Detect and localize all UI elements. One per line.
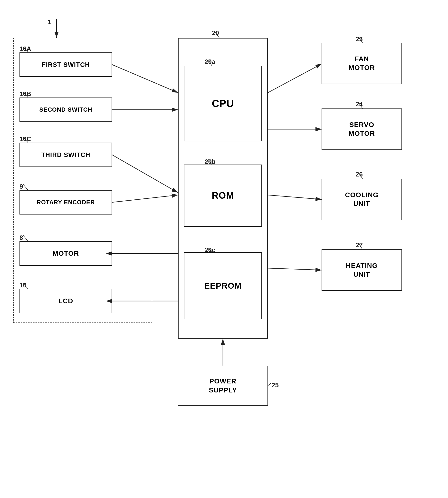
servo-motor-box: SERVOMOTOR bbox=[321, 108, 402, 150]
servo-motor-label: SERVOMOTOR bbox=[349, 120, 375, 138]
ref-25: 25 bbox=[272, 382, 279, 389]
motor-box: MOTOR bbox=[19, 241, 112, 266]
ref-16c: 16C bbox=[19, 135, 31, 143]
lcd-label: LCD bbox=[59, 297, 73, 305]
ref-16a: 16A bbox=[19, 45, 31, 53]
svg-line-11 bbox=[268, 195, 321, 199]
cooling-unit-box: COOLINGUNIT bbox=[321, 179, 402, 220]
diagram: 1 16A FIRST SWITCH 16B SECOND SWITCH 16C… bbox=[0, 0, 448, 498]
cooling-unit-label: COOLINGUNIT bbox=[345, 191, 379, 208]
fan-motor-label: FANMOTOR bbox=[349, 55, 375, 72]
heating-unit-label: HEATINGUNIT bbox=[346, 261, 378, 279]
ref-10: 10 bbox=[19, 282, 27, 289]
ref-16b: 16B bbox=[19, 90, 31, 98]
fan-motor-box: FANMOTOR bbox=[321, 43, 402, 84]
second-switch-label: SECOND SWITCH bbox=[39, 106, 92, 113]
ref-23: 23 bbox=[356, 35, 363, 43]
first-switch-box: FIRST SWITCH bbox=[19, 52, 112, 77]
rotary-encoder-label: ROTARY ENCODER bbox=[37, 199, 95, 206]
first-switch-label: FIRST SWITCH bbox=[42, 61, 90, 68]
ref-27: 27 bbox=[356, 241, 363, 249]
second-switch-box: SECOND SWITCH bbox=[19, 98, 112, 122]
svg-line-28 bbox=[268, 383, 271, 386]
cpu-sub-box: CPU bbox=[184, 66, 262, 141]
heating-unit-box: HEATINGUNIT bbox=[321, 249, 402, 291]
svg-line-9 bbox=[268, 64, 321, 93]
cpu-label: CPU bbox=[212, 98, 234, 109]
rom-sub-box: ROM bbox=[184, 165, 262, 227]
ref-20a: 20a bbox=[205, 58, 215, 66]
lcd-box: LCD bbox=[19, 289, 112, 313]
ref-24: 24 bbox=[356, 100, 363, 108]
power-supply-label: POWERSUPPLY bbox=[209, 377, 237, 395]
ref-1: 1 bbox=[48, 18, 51, 26]
motor-label: MOTOR bbox=[53, 249, 79, 257]
ref-20: 20 bbox=[212, 29, 219, 37]
rom-label: ROM bbox=[212, 190, 234, 201]
ref-26: 26 bbox=[356, 171, 363, 178]
third-switch-box: THIRD SWITCH bbox=[19, 143, 112, 167]
power-supply-box: POWERSUPPLY bbox=[178, 366, 268, 406]
third-switch-label: THIRD SWITCH bbox=[41, 151, 90, 159]
eeprom-sub-box: EEPROM bbox=[184, 252, 262, 319]
ref-9: 9 bbox=[19, 183, 23, 190]
eeprom-label: EEPROM bbox=[204, 281, 241, 291]
rotary-encoder-box: ROTARY ENCODER bbox=[19, 190, 112, 215]
group-box bbox=[13, 38, 152, 323]
svg-line-12 bbox=[268, 268, 321, 270]
ref-8: 8 bbox=[19, 234, 23, 242]
